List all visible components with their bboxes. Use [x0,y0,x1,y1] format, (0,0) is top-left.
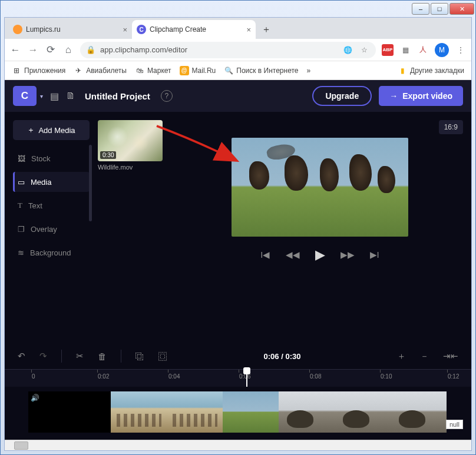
folder-icon: ▮ [398,66,407,75]
bookmark-overflow[interactable]: » [306,67,310,75]
app-header: C ▾ ▤ 🗎 Untitled Project ? Upgrade → Exp… [5,80,471,112]
menu-icon[interactable]: ⋮ [455,44,467,56]
undo-button[interactable]: ↶ [18,351,25,361]
abp-extension-icon[interactable]: ABP [382,44,394,56]
fit-button[interactable]: ⇥⇤ [443,351,458,361]
preview-video[interactable] [232,138,408,237]
volume-icon[interactable]: 🔊 [31,394,39,402]
document-icon[interactable]: 🗎 [66,91,75,101]
zoom-in-button[interactable]: ＋ [397,351,406,362]
ruler-tick: 0:02 [98,373,109,380]
null-tooltip: null [446,420,463,429]
rewind-icon[interactable]: ◀◀ [286,250,300,260]
time-display: 0:06 / 0:30 [264,352,301,361]
film-icon[interactable]: ▤ [50,91,59,102]
window-close-button[interactable]: ✕ [449,3,474,15]
sidebar: ＋ Add Media 🖼Stock ▭Media TText ❐Overlay… [13,120,90,335]
timeline-tracks[interactable]: 🔊 [5,387,471,440]
sidebar-scrollbar[interactable] [89,145,92,221]
window-minimize-button[interactable]: – [412,3,429,15]
home-button[interactable]: ⌂ [62,44,74,56]
media-duration: 0:30 [100,151,116,159]
arrow-right-icon: → [389,91,398,101]
omnibar: ← → ⟳ ⌂ 🔒 app.clipchamp.com/editor 🌐 ☆ A… [5,39,471,61]
tab-close-icon[interactable]: × [246,25,251,34]
tab-strip: Lumpics.ru × C Clipchamp Create × ＋ [5,18,471,39]
app-logo[interactable]: C [13,86,37,106]
bookmark-other[interactable]: ▮Другие закладки [398,66,464,75]
bookmark-flights[interactable]: ✈Авиабилеты [74,66,127,75]
upgrade-button[interactable]: Upgrade [312,86,372,106]
ruler-tick: 0:12 [448,373,459,380]
media-thumbnail[interactable]: 0:30 [98,120,163,161]
text-icon: T [18,201,22,210]
bookmark-search[interactable]: 🔍Поиск в Интернете [224,66,298,75]
ruler-tick: 0:04 [168,373,180,380]
add-media-button[interactable]: ＋ Add Media [13,120,90,140]
aspect-ratio-badge[interactable]: 16:9 [439,120,463,134]
media-icon: ▭ [18,178,25,187]
chevron-down-icon[interactable]: ▾ [40,93,43,99]
redo-button[interactable]: ↷ [39,351,47,361]
search-icon: 🔍 [224,66,233,75]
bag-icon: 🛍 [135,66,144,75]
export-button[interactable]: → Export video [379,86,463,106]
stock-icon: 🖼 [18,154,25,163]
scrollbar-thumb[interactable] [14,441,28,450]
media-library: 0:30 Wildlife.mov [98,120,168,335]
delete-button[interactable]: 🗑 [98,351,107,361]
forward-button[interactable]: → [27,44,39,56]
sidebar-item-text[interactable]: TText [13,195,90,215]
timeline-ruler[interactable]: 0 0:02 0:04 0:06 0:08 0:10 0:12 [5,369,471,387]
plane-icon: ✈ [74,66,83,75]
paste-button[interactable]: ⿴ [158,351,167,361]
translate-icon[interactable]: 🌐 [342,44,353,56]
profile-avatar[interactable]: M [435,43,449,57]
timeline-clip[interactable] [111,391,447,433]
timeline-toolbar: ↶ ↷ ✂ 🗑 ⿻ ⿴ 0:06 / 0:30 ＋ － ⇥⇤ [5,343,471,369]
url-text: app.clipchamp.com/editor [100,45,187,54]
horizontal-scrollbar[interactable] [5,440,471,450]
playback-controls: I◀ ◀◀ ▶ ▶▶ ▶I [260,247,379,263]
zoom-out-button[interactable]: － [420,351,429,362]
favicon-icon: C [137,25,146,34]
bookmark-mailru[interactable]: @Mail.Ru [180,66,216,75]
skip-end-icon[interactable]: ▶I [370,250,379,260]
cut-button[interactable]: ✂ [76,351,84,361]
extension-icon[interactable]: ▦ [399,44,411,56]
tab-clipchamp[interactable]: C Clipchamp Create × [132,20,256,39]
star-icon[interactable]: ☆ [358,44,370,56]
pdf-extension-icon[interactable]: 人 [417,44,429,56]
preview-area: 16:9 I◀ ◀◀ ▶ ▶▶ ▶I [177,120,463,335]
play-button[interactable]: ▶ [315,247,325,263]
help-icon[interactable]: ? [161,90,173,102]
project-title[interactable]: Untitled Project [85,91,150,101]
sidebar-item-background[interactable]: ≋Background [13,243,90,263]
bookmarks-bar: ⊞Приложения ✈Авиабилеты 🛍Маркет @Mail.Ru… [5,61,471,80]
sidebar-item-stock[interactable]: 🖼Stock [13,148,90,168]
bookmark-market[interactable]: 🛍Маркет [135,66,171,75]
new-tab-button[interactable]: ＋ [258,21,275,38]
window-maximize-button[interactable]: □ [431,3,448,15]
copy-button[interactable]: ⿻ [135,351,144,361]
tab-close-icon[interactable]: × [123,25,127,34]
mail-icon: @ [180,66,189,75]
address-bar[interactable]: 🔒 app.clipchamp.com/editor 🌐 ☆ [80,42,376,58]
overlay-icon: ❐ [18,225,25,234]
ruler-tick: 0 [32,373,35,380]
clip-audio-placeholder[interactable]: 🔊 [28,391,111,433]
favicon-icon [13,25,22,34]
reload-button[interactable]: ⟳ [45,44,57,56]
ruler-tick: 0:08 [310,373,321,380]
plus-icon: ＋ [27,125,35,135]
sidebar-item-overlay[interactable]: ❐Overlay [13,219,90,239]
sidebar-item-media[interactable]: ▭Media [13,172,90,192]
tab-title: Clipchamp Create [150,25,243,34]
tab-lumpics[interactable]: Lumpics.ru × [8,20,132,39]
skip-start-icon[interactable]: I◀ [260,250,270,260]
layers-icon: ≋ [18,248,24,257]
bookmark-apps[interactable]: ⊞Приложения [12,66,65,75]
back-button[interactable]: ← [9,44,21,56]
fast-forward-icon[interactable]: ▶▶ [341,250,355,260]
media-filename: Wildlife.mov [98,164,168,171]
